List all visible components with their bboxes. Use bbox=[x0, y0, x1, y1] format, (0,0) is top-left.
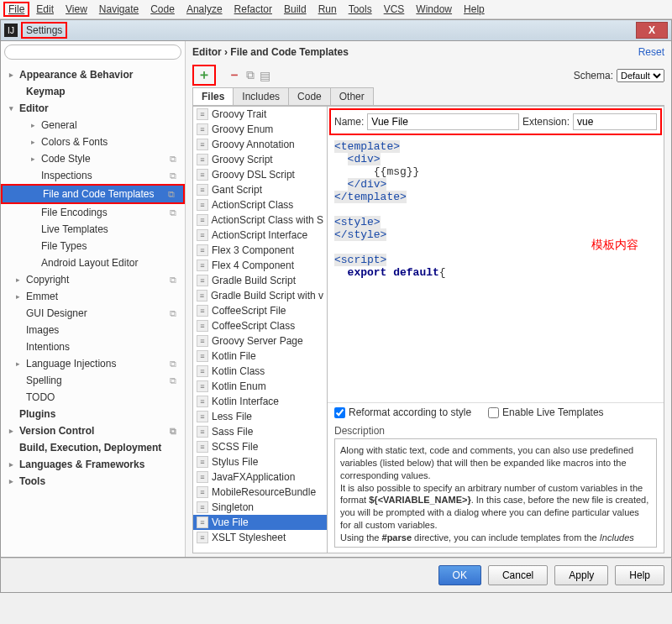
template-item[interactable]: ≡Groovy Annotation bbox=[193, 137, 327, 152]
tree-item[interactable]: Keymap bbox=[1, 83, 185, 100]
template-item[interactable]: ≡Groovy Trait bbox=[193, 107, 327, 122]
menu-build[interactable]: Build bbox=[279, 2, 312, 17]
reset-link[interactable]: Reset bbox=[638, 46, 664, 58]
menu-refactor[interactable]: Refactor bbox=[229, 2, 277, 17]
dialog-body: ▸Appearance & BehaviorKeymap▾Editor▸Gene… bbox=[0, 41, 672, 558]
template-list[interactable]: ≡Groovy Trait≡Groovy Enum≡Groovy Annotat… bbox=[193, 107, 328, 553]
menu-navigate[interactable]: Navigate bbox=[94, 2, 144, 17]
template-item[interactable]: ≡CoffeeScript File bbox=[193, 303, 327, 318]
settings-sidebar: ▸Appearance & BehaviorKeymap▾Editor▸Gene… bbox=[1, 41, 186, 557]
template-item[interactable]: ≡Kotlin File bbox=[193, 349, 327, 364]
menu-help[interactable]: Help bbox=[459, 2, 490, 17]
menu-analyze[interactable]: Analyze bbox=[181, 2, 228, 17]
menu-file[interactable]: File bbox=[3, 2, 29, 17]
breadcrumb: Editor › File and Code Templates bbox=[192, 46, 349, 58]
template-item[interactable]: ≡ActionScript Class bbox=[193, 197, 327, 212]
schema-dropdown[interactable]: Default bbox=[617, 69, 664, 82]
tab-includes[interactable]: Includes bbox=[233, 87, 289, 105]
tree-item[interactable]: ▸Tools bbox=[1, 473, 185, 490]
tab-other[interactable]: Other bbox=[330, 87, 374, 105]
tree-item[interactable]: Images bbox=[1, 322, 185, 338]
editor-pane: Name: Extension: <template> <div> {{msg}… bbox=[328, 107, 664, 553]
template-item[interactable]: ≡Vue File bbox=[193, 515, 327, 530]
tree-item[interactable]: ▸Languages & Frameworks bbox=[1, 456, 185, 473]
template-item[interactable]: ≡Flex 3 Component bbox=[193, 243, 327, 258]
template-item[interactable]: ≡Singleton bbox=[193, 500, 327, 515]
template-item[interactable]: ≡ActionScript Class with S bbox=[193, 212, 327, 228]
ok-button[interactable]: OK bbox=[438, 565, 481, 585]
tree-item[interactable]: Build, Execution, Deployment bbox=[1, 439, 185, 456]
tree-item[interactable]: Spelling⧉ bbox=[1, 372, 185, 389]
remove-icon[interactable]: － bbox=[228, 66, 241, 84]
tree-item[interactable]: ▸Code Style⧉ bbox=[1, 150, 185, 167]
tree-item[interactable]: Live Templates bbox=[1, 221, 185, 238]
add-icon[interactable]: ＋ bbox=[197, 66, 211, 84]
paste-icon[interactable]: ▤ bbox=[260, 69, 270, 82]
menu-window[interactable]: Window bbox=[411, 2, 457, 17]
tree-item[interactable]: Plugins bbox=[1, 406, 185, 422]
menu-vcs[interactable]: VCS bbox=[379, 2, 410, 17]
tree-item[interactable]: ▸General bbox=[1, 117, 185, 134]
menu-code[interactable]: Code bbox=[145, 2, 180, 17]
tree-item[interactable]: Android Layout Editor bbox=[1, 254, 185, 271]
toolbar-extra: － ⧉ ▤ bbox=[224, 66, 274, 84]
template-item[interactable]: ≡Gant Script bbox=[193, 182, 327, 197]
template-item[interactable]: ≡CoffeeScript Class bbox=[193, 318, 327, 333]
extension-input[interactable] bbox=[573, 113, 657, 130]
template-item[interactable]: ≡Stylus File bbox=[193, 454, 327, 469]
template-item[interactable]: ≡JavaFXApplication bbox=[193, 469, 327, 485]
apply-button[interactable]: Apply bbox=[554, 565, 608, 585]
tree-item[interactable]: ▸Emmet bbox=[1, 288, 185, 305]
reformat-checkbox[interactable]: Reformat according to style bbox=[334, 406, 471, 418]
tree-item[interactable]: ▸Colors & Fonts bbox=[1, 134, 185, 150]
live-templates-checkbox[interactable]: Enable Live Templates bbox=[488, 406, 604, 418]
name-input[interactable] bbox=[367, 113, 519, 130]
tab-code[interactable]: Code bbox=[288, 87, 331, 105]
menu-tools[interactable]: Tools bbox=[344, 2, 377, 17]
tree-item[interactable]: Intentions bbox=[1, 338, 185, 355]
template-item[interactable]: ≡Groovy Enum bbox=[193, 122, 327, 137]
tree-item[interactable]: ▾Editor bbox=[1, 100, 185, 117]
help-button[interactable]: Help bbox=[615, 565, 664, 585]
tree-item[interactable]: File Types bbox=[1, 238, 185, 254]
search-box bbox=[4, 45, 181, 60]
main-menubar: File Edit View Navigate Code Analyze Ref… bbox=[0, 0, 672, 19]
main-panel: Editor › File and Code Templates Reset ＋… bbox=[186, 41, 671, 557]
name-label: Name: bbox=[334, 116, 364, 128]
template-item[interactable]: ≡XSLT Stylesheet bbox=[193, 530, 327, 545]
template-item[interactable]: ≡Gradle Build Script with v bbox=[193, 288, 327, 303]
template-item[interactable]: ≡Kotlin Interface bbox=[193, 394, 327, 409]
template-item[interactable]: ≡Kotlin Enum bbox=[193, 379, 327, 394]
template-item[interactable]: ≡Kotlin Class bbox=[193, 364, 327, 379]
template-item[interactable]: ≡Sass File bbox=[193, 424, 327, 439]
tree-item[interactable]: TODO bbox=[1, 389, 185, 406]
tree-item[interactable]: File and Code Templates⧉ bbox=[1, 184, 185, 204]
cancel-button[interactable]: Cancel bbox=[488, 565, 548, 585]
search-input[interactable] bbox=[4, 45, 181, 60]
template-item[interactable]: ≡ActionScript Interface bbox=[193, 228, 327, 243]
template-item[interactable]: ≡SCSS File bbox=[193, 439, 327, 454]
template-item[interactable]: ≡Flex 4 Component bbox=[193, 258, 327, 273]
tab-files[interactable]: Files bbox=[192, 87, 234, 105]
template-item[interactable]: ≡Groovy Script bbox=[193, 152, 327, 167]
tree-item[interactable]: ▸Version Control⧉ bbox=[1, 422, 185, 439]
close-button[interactable]: X bbox=[636, 22, 668, 39]
template-item[interactable]: ≡Gradle Build Script bbox=[193, 273, 327, 288]
tree-item[interactable]: ▸Language Injections⧉ bbox=[1, 355, 185, 372]
extension-label: Extension: bbox=[522, 116, 570, 128]
template-item[interactable]: ≡Groovy Server Page bbox=[193, 333, 327, 349]
name-extension-row: Name: Extension: bbox=[329, 108, 662, 135]
template-item[interactable]: ≡MobileResourceBundle bbox=[193, 485, 327, 500]
template-item[interactable]: ≡Less File bbox=[193, 409, 327, 424]
tree-item[interactable]: ▸Appearance & Behavior bbox=[1, 66, 185, 83]
tree-item[interactable]: ▸Copyright⧉ bbox=[1, 271, 185, 288]
copy-icon[interactable]: ⧉ bbox=[246, 68, 255, 82]
tree-item[interactable]: GUI Designer⧉ bbox=[1, 305, 185, 322]
template-item[interactable]: ≡Groovy DSL Script bbox=[193, 167, 327, 182]
menu-view[interactable]: View bbox=[60, 2, 92, 17]
menu-run[interactable]: Run bbox=[313, 2, 342, 17]
template-code[interactable]: <template> <div> {{msg}} </div> </templa… bbox=[328, 137, 664, 402]
tree-item[interactable]: File Encodings⧉ bbox=[1, 204, 185, 221]
tree-item[interactable]: Inspections⧉ bbox=[1, 167, 185, 184]
menu-edit[interactable]: Edit bbox=[31, 2, 59, 17]
